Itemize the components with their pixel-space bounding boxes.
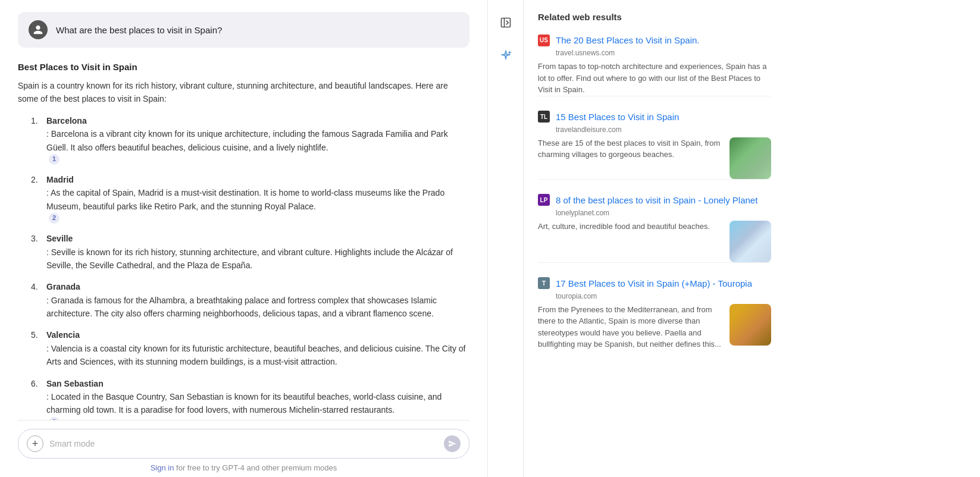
- places-list: Barcelona: Barcelona is a vibrant city k…: [18, 114, 469, 420]
- result-divider: [538, 262, 771, 263]
- result-divider: [538, 179, 771, 180]
- result-description: From the Pyrenees to the Mediterranean, …: [538, 304, 724, 350]
- input-box[interactable]: + Smart mode: [18, 429, 469, 459]
- input-area: + Smart mode Sign in for free to try GPT…: [18, 420, 469, 477]
- result-description: Art, culture, incredible food and beauti…: [538, 221, 724, 262]
- site-favicon: US: [538, 34, 550, 46]
- site-favicon: LP: [538, 194, 550, 206]
- site-favicon: TL: [538, 111, 550, 123]
- result-link[interactable]: 17 Best Places to Visit in Spain (+Map) …: [556, 277, 752, 290]
- list-item: Seville: Seville is known for its rich h…: [31, 232, 469, 272]
- result-thumbnail: [729, 304, 771, 346]
- site-name: travelandleisure.com: [556, 125, 771, 134]
- result-body: These are 15 of the best places to visit…: [538, 137, 771, 179]
- response-title: Best Places to Visit in Spain: [18, 62, 469, 72]
- user-avatar: [29, 20, 48, 39]
- web-result: T17 Best Places to Visit in Spain (+Map)…: [538, 277, 771, 350]
- citation-badge: 2: [49, 213, 60, 224]
- query-box: What are the best places to visit in Spa…: [18, 12, 469, 48]
- smart-mode-placeholder: Smart mode: [49, 439, 444, 448]
- web-result: LP8 of the best places to visit in Spain…: [538, 194, 771, 263]
- result-link[interactable]: 15 Best Places to Visit in Spain: [556, 111, 679, 123]
- plus-button[interactable]: +: [27, 435, 43, 452]
- web-result: USThe 20 Best Places to Visit in Spain.t…: [538, 34, 771, 96]
- signin-suffix: for free to try GPT-4 and other premium …: [176, 463, 337, 472]
- result-link[interactable]: The 20 Best Places to Visit in Spain.: [556, 34, 700, 46]
- result-link[interactable]: 8 of the best places to visit in Spain -…: [556, 194, 757, 206]
- response-intro: Spain is a country known for its rich hi…: [18, 79, 469, 106]
- result-body: From the Pyrenees to the Mediterranean, …: [538, 304, 771, 350]
- citation-badge: 1: [49, 154, 60, 165]
- sparkle-button[interactable]: [495, 45, 516, 67]
- sidebar-toggle-button[interactable]: [495, 12, 516, 33]
- result-thumbnail: [729, 137, 771, 179]
- result-body: Art, culture, incredible food and beauti…: [538, 221, 771, 262]
- site-favicon: T: [538, 277, 550, 289]
- related-title: Related web results: [538, 12, 771, 22]
- result-header: USThe 20 Best Places to Visit in Spain.: [538, 34, 771, 46]
- result-header: TL15 Best Places to Visit in Spain: [538, 111, 771, 123]
- site-name: lonelyplanet.com: [556, 209, 771, 217]
- result-body: From tapas to top-notch architecture and…: [538, 61, 771, 96]
- web-result: TL15 Best Places to Visit in Spaintravel…: [538, 111, 771, 180]
- middle-icons-panel: [488, 0, 524, 477]
- list-item: Madrid: As the capital of Spain, Madrid …: [31, 173, 469, 224]
- result-description: From tapas to top-notch architecture and…: [538, 61, 771, 96]
- signin-line: Sign in for free to try GPT-4 and other …: [18, 463, 469, 472]
- list-item: Valencia: Valencia is a coastal city kno…: [31, 328, 469, 368]
- list-item: Granada: Granada is famous for the Alham…: [31, 280, 469, 320]
- list-item: San Sebastian: Located in the Basque Cou…: [31, 377, 469, 420]
- web-results-container: USThe 20 Best Places to Visit in Spain.t…: [538, 34, 771, 350]
- site-name: touropia.com: [556, 292, 771, 300]
- citation-badge: 3: [49, 417, 60, 420]
- signin-link[interactable]: Sign in: [151, 463, 174, 472]
- result-description: These are 15 of the best places to visit…: [538, 137, 724, 179]
- query-text: What are the best places to visit in Spa…: [56, 25, 222, 35]
- send-button[interactable]: [444, 435, 461, 452]
- result-header: LP8 of the best places to visit in Spain…: [538, 194, 771, 206]
- list-item: Barcelona: Barcelona is a vibrant city k…: [31, 114, 469, 165]
- main-content-panel: What are the best places to visit in Spa…: [0, 0, 488, 477]
- site-name: travel.usnews.com: [556, 49, 771, 57]
- response-area: Best Places to Visit in Spain Spain is a…: [18, 62, 469, 420]
- result-divider: [538, 96, 771, 96]
- result-header: T17 Best Places to Visit in Spain (+Map)…: [538, 277, 771, 290]
- result-thumbnail: [729, 221, 771, 262]
- right-panel: Related web results USThe 20 Best Places…: [524, 0, 785, 477]
